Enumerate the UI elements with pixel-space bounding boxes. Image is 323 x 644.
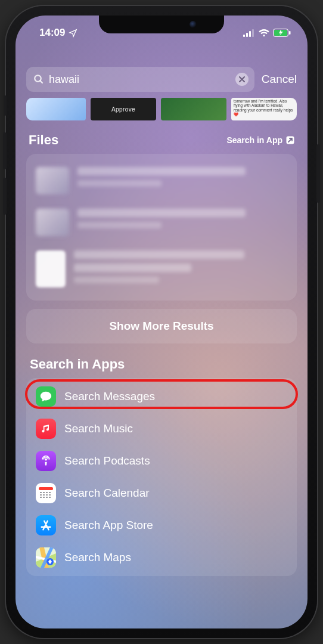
svg-rect-18 (40, 494, 42, 496)
svg-rect-19 (43, 494, 45, 496)
maps-icon (36, 547, 56, 568)
signal-icon (243, 29, 255, 37)
file-subtitle-blurred (77, 222, 162, 228)
close-icon (239, 76, 245, 82)
search-row: hawaii Cancel (26, 67, 297, 92)
suggestion-text-snippet[interactable]: tomorrow and I'm terrified. Also flying … (231, 98, 297, 120)
messages-icon (36, 386, 56, 407)
search-in-apps-title: Search in Apps (26, 357, 297, 372)
search-query-text: hawaii (44, 73, 235, 86)
file-subtitle-blurred (74, 277, 159, 283)
svg-line-8 (40, 80, 42, 83)
search-input[interactable]: hawaii (26, 67, 254, 92)
search-in-app-button[interactable]: Search in App (226, 135, 294, 145)
file-thumb (36, 167, 69, 194)
volume-down-button[interactable] (3, 178, 7, 215)
svg-rect-3 (252, 29, 254, 37)
svg-rect-2 (249, 31, 251, 37)
svg-rect-20 (46, 494, 48, 496)
svg-rect-17 (49, 492, 51, 493)
power-button[interactable] (316, 144, 320, 203)
search-appstore-row[interactable]: Search App Store (26, 509, 297, 541)
file-title-blurred (74, 264, 191, 272)
calendar-icon (36, 483, 56, 503)
suggestion-map-thumb[interactable] (26, 98, 86, 120)
volume-up-button[interactable] (3, 132, 7, 169)
file-title-blurred (77, 167, 246, 175)
svg-rect-22 (40, 497, 42, 498)
file-thumb-doc (36, 250, 66, 287)
show-more-results-button[interactable]: Show More Results (26, 309, 297, 343)
app-label: Search App Store (64, 519, 153, 532)
search-messages-row[interactable]: Search Messages (26, 380, 297, 413)
search-maps-row[interactable]: Search Maps (26, 541, 297, 574)
app-label: Search Maps (64, 551, 131, 564)
file-result[interactable] (26, 160, 297, 202)
suggestions-strip[interactable]: Approve tomorrow and I'm terrified. Also… (26, 98, 297, 120)
status-time: 14:09 (39, 27, 65, 39)
file-title-blurred (77, 209, 246, 217)
location-arrow-icon (69, 29, 77, 38)
wifi-icon (259, 29, 269, 37)
phone-frame: 14:09 hawaii Cancel (6, 6, 317, 638)
svg-rect-0 (243, 35, 245, 37)
search-icon (33, 74, 44, 85)
files-header: Files Search in App (26, 132, 297, 148)
search-podcasts-row[interactable]: Search Podcasts (26, 445, 297, 477)
podcasts-icon (36, 451, 56, 471)
svg-rect-15 (43, 492, 45, 493)
app-label: Search Music (64, 422, 133, 435)
file-result[interactable] (26, 202, 297, 243)
silence-switch[interactable] (4, 95, 7, 116)
svg-rect-6 (289, 31, 291, 35)
file-result[interactable] (26, 243, 297, 295)
svg-rect-23 (43, 497, 45, 498)
screen: 14:09 hawaii Cancel (15, 16, 308, 628)
app-label: Search Calendar (64, 487, 150, 500)
svg-point-12 (45, 459, 47, 461)
svg-rect-24 (46, 497, 48, 498)
suggestion-approve-button[interactable]: Approve (91, 98, 156, 120)
show-more-label: Show More Results (109, 320, 213, 333)
svg-rect-16 (46, 492, 48, 493)
svg-rect-14 (40, 492, 42, 493)
music-icon (36, 419, 56, 439)
svg-rect-21 (49, 494, 51, 496)
svg-rect-25 (49, 497, 51, 498)
clear-search-button[interactable] (235, 73, 249, 86)
cancel-button[interactable]: Cancel (262, 73, 297, 86)
file-subtitle-blurred (77, 180, 162, 187)
app-label: Search Messages (64, 390, 155, 403)
files-title: Files (29, 132, 58, 148)
file-thumb (36, 209, 69, 236)
suggestion-photo-thumb[interactable] (161, 98, 226, 120)
app-label: Search Podcasts (64, 454, 150, 467)
search-in-apps-card: Search Messages Search Music Search Podc… (26, 378, 297, 576)
svg-rect-13 (39, 487, 53, 490)
battery-icon (273, 29, 291, 37)
file-title-blurred (74, 250, 244, 259)
search-in-app-label: Search in App (226, 135, 282, 145)
files-results-card (26, 154, 297, 301)
svg-rect-1 (246, 33, 248, 37)
appstore-icon (36, 515, 56, 535)
notch (99, 16, 224, 33)
search-music-row[interactable]: Search Music (26, 413, 297, 445)
open-in-app-icon (286, 136, 294, 144)
search-calendar-row[interactable]: Search Calendar (26, 477, 297, 509)
